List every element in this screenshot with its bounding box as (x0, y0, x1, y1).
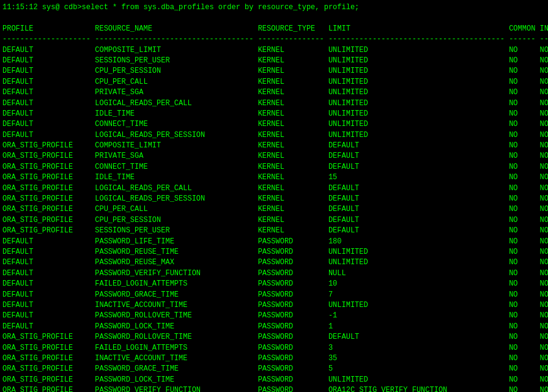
table-row: DEFAULT SESSIONS_PER_USER KERNEL UNLIMIT… (2, 56, 548, 66)
table-row: DEFAULT CPU_PER_CALL KERNEL UNLIMITED NO… (2, 77, 548, 87)
table-row: ORA_STIG_PROFILE CPU_PER_CALL KERNEL DEF… (2, 204, 548, 215)
table-row: ORA_STIG_PROFILE PASSWORD_ROLLOVER_TIME … (2, 332, 548, 342)
table-row: DEFAULT PASSWORD_REUSE_MAX PASSWORD UNLI… (2, 257, 548, 268)
table-row: DEFAULT COMPOSITE_LIMIT KERNEL UNLIMITED… (2, 45, 548, 56)
table-row: DEFAULT FAILED_LOGIN_ATTEMPTS PASSWORD 1… (2, 279, 548, 289)
table-row: DEFAULT CPU_PER_SESSION KERNEL UNLIMITED… (2, 66, 548, 76)
table-row: DEFAULT PASSWORD_GRACE_TIME PASSWORD 7 N… (2, 290, 548, 300)
table-row: DEFAULT PASSWORD_REUSE_TIME PASSWORD UNL… (2, 247, 548, 257)
table-row: DEFAULT PRIVATE_SGA KERNEL UNLIMITED NO … (2, 87, 548, 98)
table-row: DEFAULT PASSWORD_LIFE_TIME PASSWORD 180 … (2, 237, 548, 247)
table-row: ORA_STIG_PROFILE PRIVATE_SGA KERNEL DEFA… (2, 151, 548, 161)
table-row: ORA_STIG_PROFILE INACTIVE_ACCOUNT_TIME P… (2, 353, 548, 364)
table-row: ORA_STIG_PROFILE FAILED_LOGIN_ATTEMPTS P… (2, 343, 548, 353)
table-row: ORA_STIG_PROFILE CONNECT_TIME KERNEL DEF… (2, 162, 548, 172)
table-row: ORA_STIG_PROFILE IDLE_TIME KERNEL 15 NO … (2, 172, 548, 183)
table-row: DEFAULT INACTIVE_ACCOUNT_TIME PASSWORD U… (2, 300, 548, 311)
table-row: DEFAULT IDLE_TIME KERNEL UNLIMITED NO NO… (2, 109, 548, 119)
table-row: DEFAULT LOGICAL_READS_PER_SESSION KERNEL… (2, 130, 548, 141)
terminal-window: 11:15:12 sys@ cdb>select * from sys.dba_… (2, 2, 548, 392)
table-row: DEFAULT CONNECT_TIME KERNEL UNLIMITED NO… (2, 119, 548, 130)
table-row: DEFAULT PASSWORD_ROLLOVER_TIME PASSWORD … (2, 311, 548, 321)
table-row: ORA_STIG_PROFILE LOGICAL_READS_PER_CALL … (2, 183, 548, 194)
table-row: ORA_STIG_PROFILE CPU_PER_SESSION KERNEL … (2, 215, 548, 226)
table-row: DEFAULT PASSWORD_LOCK_TIME PASSWORD 1 NO… (2, 322, 548, 332)
separator: -------------------- -------------------… (2, 34, 548, 45)
table-row: ORA_STIG_PROFILE PASSWORD_VERIFY_FUNCTIO… (2, 385, 548, 392)
table-row: DEFAULT LOGICAL_READS_PER_CALL KERNEL UN… (2, 98, 548, 109)
table-row: ORA_STIG_PROFILE LOGICAL_READS_PER_SESSI… (2, 194, 548, 204)
column-header: PROFILE RESOURCE_NAME RESOURCE_TYPE LIMI… (2, 24, 548, 34)
table-row: DEFAULT PASSWORD_VERIFY_FUNCTION PASSWOR… (2, 268, 548, 279)
table-row: ORA_STIG_PROFILE PASSWORD_GRACE_TIME PAS… (2, 364, 548, 374)
table-row: ORA_STIG_PROFILE COMPOSITE_LIMIT KERNEL … (2, 141, 548, 151)
prompt-line: 11:15:12 sys@ cdb>select * from sys.dba_… (2, 2, 548, 13)
table-row: ORA_STIG_PROFILE PASSWORD_LOCK_TIME PASS… (2, 375, 548, 385)
table-row: ORA_STIG_PROFILE SESSIONS_PER_USER KERNE… (2, 226, 548, 236)
data-rows: DEFAULT COMPOSITE_LIMIT KERNEL UNLIMITED… (2, 45, 548, 392)
